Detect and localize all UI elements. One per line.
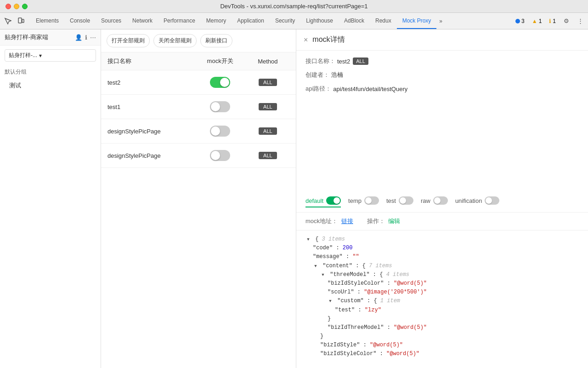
chevron-down-icon: ▾ xyxy=(39,52,42,59)
refresh-button[interactable]: 刷新接口 xyxy=(200,34,232,47)
cell-mock-0 xyxy=(194,77,246,88)
toggle-1[interactable] xyxy=(210,101,230,112)
mock-address-label: mock地址： xyxy=(305,218,338,224)
json-code-value: 200 xyxy=(343,245,353,251)
status-blue: 3 xyxy=(513,17,527,25)
json-bizidstylecolor2-key: "bizIdStyleColor" xyxy=(320,351,376,357)
cell-mock-2 xyxy=(194,126,246,137)
json-bizidstyle-line: "bizIdStyle" : "@word(5)" xyxy=(320,341,579,350)
detail-tab-test[interactable]: test xyxy=(386,196,413,207)
toggle-2[interactable] xyxy=(210,126,230,137)
json-code-key: "code" xyxy=(313,245,333,251)
tab-lighthouse[interactable]: Lighthouse xyxy=(300,13,339,29)
close-traffic-light[interactable] xyxy=(6,4,11,9)
tab-memory[interactable]: Memory xyxy=(201,13,232,29)
col-header-mock: mock开关 xyxy=(194,57,246,65)
toggle-3[interactable] xyxy=(210,150,230,161)
blue-dot xyxy=(515,19,520,23)
json-viewer: { 3 items "code" : 200 "message" : "" "c… xyxy=(296,230,588,368)
dropdown-selector[interactable]: 贴身打样-... ▾ xyxy=(5,49,96,62)
json-bizidstyle-key: "bizIdStyle" xyxy=(320,342,360,348)
blue-count: 3 xyxy=(521,18,525,24)
detail-tab-unification-toggle[interactable] xyxy=(485,196,499,205)
detail-header: × mock详情 xyxy=(296,29,588,51)
json-threemodel-key: "threeModel" xyxy=(330,271,369,278)
detail-tab-default[interactable]: default xyxy=(305,196,341,207)
json-bizidstylecolor2-value: "@word(5)" xyxy=(386,351,419,357)
sub-item-test[interactable]: 测试 xyxy=(0,79,101,92)
table-row[interactable]: designStylePicPage ALL xyxy=(101,119,296,144)
json-scourl-key: "scoUrl" xyxy=(328,289,354,295)
tab-security[interactable]: Security xyxy=(270,13,300,29)
device-icon[interactable] xyxy=(15,15,27,27)
json-content-key: "content" xyxy=(322,263,352,269)
cell-method-3: ALL xyxy=(246,152,289,159)
json-test-value: "lzy" xyxy=(365,307,381,313)
json-root-line: { 3 items xyxy=(305,235,579,244)
minimize-traffic-light[interactable] xyxy=(14,4,19,9)
cell-method-2: ALL xyxy=(246,127,289,135)
detail-tab-raw-toggle[interactable] xyxy=(433,196,448,205)
detail-tab-raw[interactable]: raw xyxy=(421,196,448,207)
devtools-body: 贴身打样-商家端 👤 ℹ ⋯ 贴身打样-... ▾ 默认分组 测试 打开全部规则… xyxy=(0,29,588,368)
middle-panel: 打开全部规则 关闭全部规则 刷新接口 接口名称 mock开关 Method te… xyxy=(101,29,296,368)
collapse-content[interactable] xyxy=(313,262,318,270)
info-icon-btn[interactable]: ℹ xyxy=(85,34,87,41)
json-scourl-line: "scoUrl" : "@image('200*500')" xyxy=(328,288,579,297)
table-row[interactable]: test1 ALL xyxy=(101,95,296,119)
cell-name-0: test2 xyxy=(107,79,194,86)
method-badge-3: ALL xyxy=(259,152,277,159)
detail-tab-default-toggle[interactable] xyxy=(326,196,341,205)
detail-tab-temp[interactable]: temp xyxy=(348,196,379,207)
json-bizidthreemodel-value: "@word(5)" xyxy=(394,324,427,331)
maximize-traffic-light[interactable] xyxy=(22,4,28,9)
window-title: DevTools - vs.xunxi.com/sample-req/list?… xyxy=(220,3,368,10)
more-icon[interactable]: ⋯ xyxy=(90,34,96,41)
tab-network[interactable]: Network xyxy=(127,13,158,29)
json-bizidstylecolor-key: "bizIdStyleColor" xyxy=(328,280,384,287)
method-badge-2: ALL xyxy=(259,127,277,135)
collapse-threemodel[interactable] xyxy=(320,270,326,279)
detail-tab-unification[interactable]: unification xyxy=(455,196,500,207)
tabs-bar: Elements Console Sources Network Perform… xyxy=(30,13,513,29)
close-button[interactable]: × xyxy=(304,36,308,44)
cell-mock-3 xyxy=(194,150,246,161)
collapse-custom[interactable] xyxy=(328,297,333,305)
tab-performance[interactable]: Performance xyxy=(158,13,201,29)
edit-link[interactable]: 编辑 xyxy=(388,218,400,224)
tab-console[interactable]: Console xyxy=(64,13,96,29)
json-test-line: "test" : "lzy" xyxy=(335,306,579,315)
tab-redux[interactable]: Redux xyxy=(370,13,397,29)
right-panel: × mock详情 接口名称： test2 ALL 创建者： 浩楠 api路径： … xyxy=(296,29,588,368)
col-header-method: Method xyxy=(246,58,289,65)
cell-method-1: ALL xyxy=(246,103,289,110)
detail-tab-test-toggle[interactable] xyxy=(399,196,413,205)
creator-label: 创建者： xyxy=(305,71,329,79)
tab-mock-proxy[interactable]: Mock Proxy xyxy=(397,13,437,29)
more-options-icon[interactable]: ⋮ xyxy=(574,15,586,27)
tab-elements[interactable]: Elements xyxy=(30,13,64,29)
creator-row: 创建者： 浩楠 xyxy=(305,71,579,79)
detail-tab-temp-toggle[interactable] xyxy=(364,196,379,205)
toolbar-right: 3 ▲ 1 ℹ 1 ⚙ ⋮ xyxy=(513,15,586,27)
tab-application[interactable]: Application xyxy=(232,13,270,29)
table-row[interactable]: test2 ALL xyxy=(101,70,296,95)
detail-body: 接口名称： test2 ALL 创建者： 浩楠 api路径： api/test4… xyxy=(296,51,588,192)
inspect-icon[interactable] xyxy=(2,15,14,27)
table-row[interactable]: designStylePicPage ALL xyxy=(101,144,296,168)
toggle-knob-1 xyxy=(211,102,220,111)
settings-icon[interactable]: ⚙ xyxy=(560,15,572,27)
toggle-0[interactable] xyxy=(210,77,230,88)
tab-more[interactable]: » xyxy=(436,13,445,29)
tab-adblock[interactable]: AdBlock xyxy=(339,13,370,29)
open-all-button[interactable]: 打开全部规则 xyxy=(107,34,150,47)
method-badge-1: ALL xyxy=(259,103,277,110)
section-default[interactable]: 默认分组 xyxy=(0,65,101,79)
close-all-button[interactable]: 关闭全部规则 xyxy=(153,34,197,47)
tab-sources[interactable]: Sources xyxy=(96,13,127,29)
json-code-line: "code" : 200 xyxy=(313,244,579,253)
collapse-root[interactable] xyxy=(305,235,311,244)
api-path: api/test4fun/detail/testQuery xyxy=(333,86,407,92)
mock-link[interactable]: 链接 xyxy=(341,218,353,224)
json-custom-key: "custom" xyxy=(337,298,364,304)
